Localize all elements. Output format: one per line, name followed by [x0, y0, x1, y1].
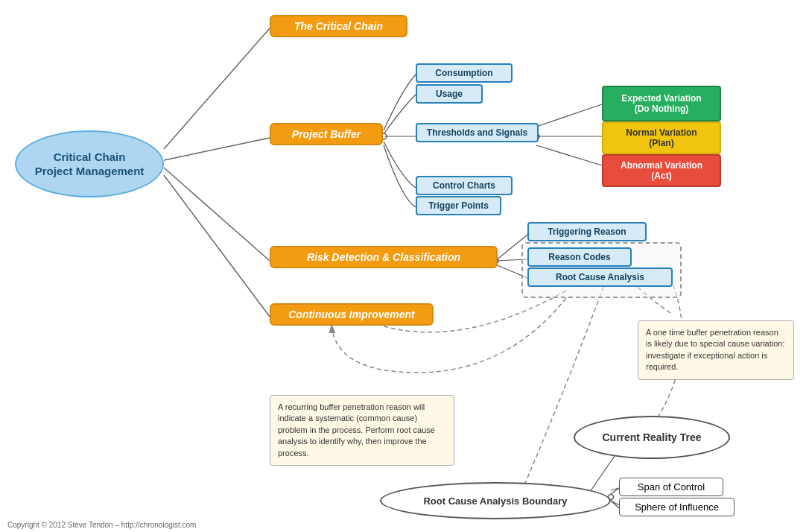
span-of-control-label: Span of Control — [638, 481, 705, 493]
sphere-of-influence-label: Sphere of Influence — [635, 501, 719, 513]
svg-line-7 — [536, 104, 602, 127]
continuous-improvement-node: Continuous Improvement — [270, 303, 434, 326]
copyright-text: Copyright © 2012 Steve Tendon – http://c… — [7, 521, 196, 529]
note-onetime: A one time buffer penetration reason is … — [638, 320, 794, 380]
span-of-control-node: Span of Control — [619, 478, 723, 496]
current-reality-tree-label: Current Reality Tree — [602, 431, 701, 443]
project-buffer-node: Project Buffer — [270, 123, 383, 145]
normal-variation-node: Normal Variation (Plan) — [602, 121, 721, 154]
main-node: Critical Chain Project Management — [15, 130, 164, 197]
consumption-label: Consumption — [435, 68, 492, 78]
expected-variation-node: Expected Variation (Do Nothing) — [602, 86, 721, 121]
abnormal-variation-node: Abnormal Variation (Act) — [602, 154, 721, 187]
continuous-improvement-label: Continuous Improvement — [288, 308, 415, 320]
trigger-points-node: Trigger Points — [416, 196, 501, 215]
normal-variation-label: Normal Variation (Plan) — [626, 127, 697, 148]
expected-variation-label: Expected Variation (Do Nothing) — [621, 93, 701, 114]
risk-detection-node: Risk Detection & Classification — [270, 246, 498, 268]
usage-label: Usage — [436, 89, 463, 99]
triggering-reason-label: Triggering Reason — [548, 227, 626, 237]
root-cause-boundary-node: Root Cause Analysis Boundary — [380, 482, 611, 519]
svg-line-20 — [611, 488, 619, 494]
triggering-reason-node: Triggering Reason — [527, 222, 647, 241]
reason-codes-node: Reason Codes — [527, 247, 632, 267]
control-charts-label: Control Charts — [433, 180, 495, 191]
trigger-points-label: Trigger Points — [428, 200, 489, 211]
critical-chain-node: The Critical Chain — [270, 15, 407, 37]
project-buffer-label: Project Buffer — [292, 128, 361, 140]
risk-detection-label: Risk Detection & Classification — [307, 251, 460, 263]
note-recurring-text: A recurring buffer penetration reason wi… — [278, 402, 435, 457]
root-cause-boundary-label: Root Cause Analysis Boundary — [423, 495, 567, 507]
reason-codes-label: Reason Codes — [548, 252, 610, 262]
sphere-of-influence-node: Sphere of Influence — [619, 498, 735, 516]
thresholds-node: Thresholds and Signals — [416, 123, 539, 142]
svg-line-3 — [164, 175, 270, 317]
svg-line-2 — [164, 168, 270, 261]
current-reality-tree-node: Current Reality Tree — [574, 416, 730, 459]
root-cause-analysis-label: Root Cause Analysis — [556, 272, 644, 282]
root-cause-analysis-node: Root Cause Analysis — [527, 267, 673, 287]
abnormal-variation-label: Abnormal Variation (Act) — [621, 160, 702, 181]
critical-chain-label: The Critical Chain — [294, 20, 383, 32]
svg-line-1 — [164, 138, 270, 160]
thresholds-label: Thresholds and Signals — [427, 127, 527, 138]
note-recurring: A recurring buffer penetration reason wi… — [270, 395, 454, 466]
usage-node: Usage — [416, 84, 483, 104]
svg-line-17 — [611, 488, 619, 490]
main-node-label: Critical Chain Project Management — [35, 150, 145, 179]
svg-line-10 — [536, 145, 602, 165]
note-onetime-text: A one time buffer penetration reason is … — [646, 328, 784, 371]
control-charts-node: Control Charts — [416, 176, 513, 195]
svg-line-18 — [611, 501, 619, 505]
consumption-node: Consumption — [416, 63, 513, 83]
svg-line-21 — [611, 501, 619, 508]
svg-line-0 — [164, 28, 270, 149]
